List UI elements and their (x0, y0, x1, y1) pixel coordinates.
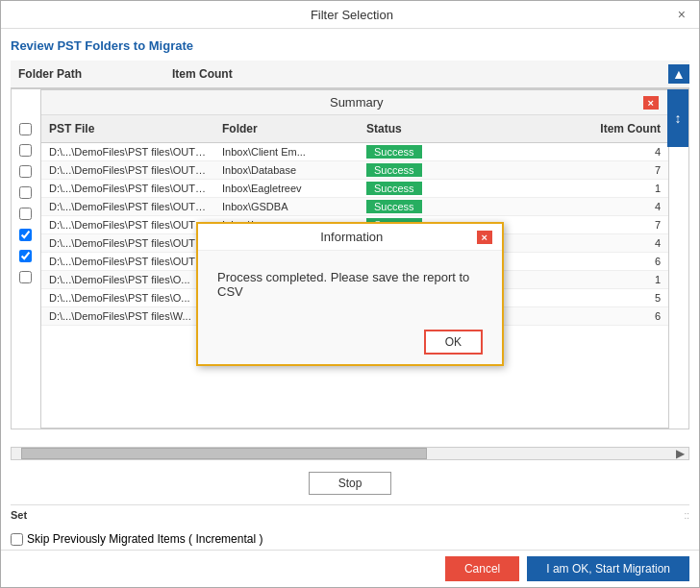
dialog-title-bar: Information × (198, 224, 502, 251)
information-dialog: Information × Process completed. Please … (196, 222, 504, 366)
dialog-message: Process completed. Please save the repor… (217, 270, 469, 299)
main-window: Filter Selection × Review PST Folders to… (0, 0, 700, 588)
dialog-footer: OK (198, 320, 502, 364)
dialog-overlay: Information × Process completed. Please … (1, 1, 699, 587)
dialog-title: Information (227, 230, 477, 244)
dialog-body: Process completed. Please save the repor… (198, 251, 502, 320)
dialog-ok-button[interactable]: OK (424, 330, 483, 355)
dialog-close-button[interactable]: × (477, 231, 492, 244)
